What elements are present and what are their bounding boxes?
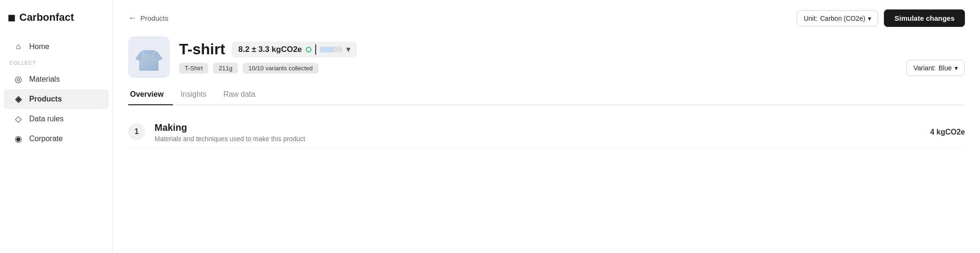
product-header: T-shirt 8.2 ± 3.3 kgCO2e ▾ T-Shirt 211g … [128,36,965,78]
variant-label: Variant: [914,64,936,72]
corporate-icon: ◉ [13,134,24,144]
sidebar-item-products[interactable]: ◈ Products [4,89,109,109]
main-content: ← Products Unit: Carbon (CO2e) ▾ Simulat… [113,0,980,253]
product-info: T-shirt 8.2 ± 3.3 kgCO2e ▾ T-Shirt 211g … [179,41,897,74]
variant-selector[interactable]: Variant: Blue ▾ [906,60,965,76]
unit-label: Unit: [804,15,817,22]
sidebar-item-label-data-rules: Data rules [29,115,64,123]
product-title-row: T-shirt 8.2 ± 3.3 kgCO2e ▾ [179,41,897,58]
back-arrow-icon: ← [128,13,137,23]
top-bar-actions: Unit: Carbon (CO2e) ▾ Simulate changes [797,9,965,27]
sidebar-item-label-corporate: Corporate [29,135,63,143]
carbon-badge: 8.2 ± 3.3 kgCO2e ▾ [232,42,357,58]
data-rules-icon: ◇ [13,114,24,124]
tab-insights-label: Insights [180,90,206,98]
section-number-1: 1 [128,123,145,140]
tag-type: T-Shirt [179,63,208,74]
sidebar-item-label-home: Home [29,42,49,51]
variant-value: Blue [939,64,952,72]
sidebar-item-materials[interactable]: ◎ Materials [4,69,109,89]
section-value-making: 4 kgCO2e [930,128,965,136]
product-name: T-shirt [179,41,225,58]
sidebar-item-label-materials: Materials [29,75,60,84]
sidebar-item-label-products: Products [29,95,62,103]
sidebar-item-data-rules[interactable]: ◇ Data rules [4,109,109,129]
product-tags: T-Shirt 211g 10/10 variants collected [179,63,897,74]
section-making: 1 Making Materials and techniques used t… [128,117,965,149]
tab-overview-label: Overview [130,90,163,98]
variant-chevron-icon: ▾ [955,64,958,72]
simulate-changes-button[interactable]: Simulate changes [884,9,965,27]
carbon-bar-divider [315,44,316,55]
tab-overview[interactable]: Overview [128,85,173,105]
unit-value: Carbon (CO2e) [820,15,866,22]
top-bar: ← Products Unit: Carbon (CO2e) ▾ Simulat… [128,9,965,27]
tab-insights[interactable]: Insights [179,85,216,105]
unit-selector[interactable]: Unit: Carbon (CO2e) ▾ [797,10,879,26]
tab-raw-data[interactable]: Raw data [221,85,265,105]
unit-chevron-icon: ▾ [868,15,871,22]
sidebar-section-no-label: ⌂ Home [0,37,113,56]
tab-raw-data-label: Raw data [223,90,255,98]
logo-icon: ◼ [8,12,16,23]
collect-section-label: Collect [0,60,113,69]
tag-variants: 10/10 variants collected [243,63,318,74]
breadcrumb[interactable]: ← Products [128,13,168,23]
sidebar-logo: ◼ Carbonfact [0,11,113,37]
carbon-value: 8.2 ± 3.3 kgCO2e [238,45,302,54]
logo-text: Carbonfact [19,11,74,24]
tabs: Overview Insights Raw data [128,85,965,105]
section-desc-making: Materials and techniques used to make th… [155,135,921,143]
breadcrumb-label: Products [140,14,168,22]
materials-icon: ◎ [13,74,24,84]
tag-weight: 211g [213,63,238,74]
tshirt-illustration [132,41,165,74]
sidebar-item-corporate[interactable]: ◉ Corporate [4,129,109,149]
product-image [128,36,170,78]
carbon-badge-chevron-icon[interactable]: ▾ [346,45,350,54]
section-content-making: Making Materials and techniques used to … [155,122,921,143]
carbon-dot-icon [306,47,311,52]
sidebar-item-home[interactable]: ⌂ Home [4,37,109,56]
product-header-right: Variant: Blue ▾ [906,60,965,76]
carbon-chart-bar [320,47,343,52]
products-icon: ◈ [13,94,24,104]
sidebar-section-collect: Collect ◎ Materials ◈ Products ◇ Data ru… [0,56,113,149]
section-title-making: Making [155,122,921,133]
sidebar: ◼ Carbonfact ⌂ Home Collect ◎ Materials … [0,0,113,253]
home-icon: ⌂ [13,42,24,51]
